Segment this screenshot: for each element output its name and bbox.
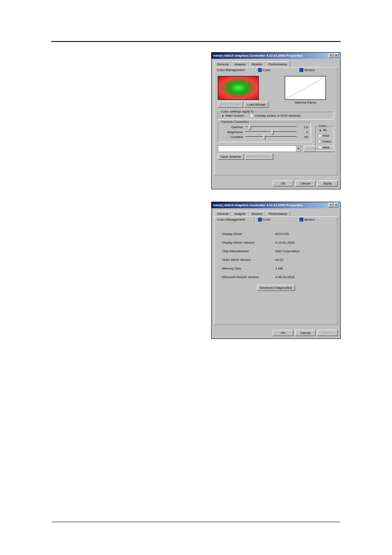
info-row: Memory Size1 MB <box>222 267 330 270</box>
gamma-slider[interactable] <box>245 127 297 128</box>
brightness-slider[interactable] <box>245 131 297 133</box>
delete-scheme-button: Delete Scheme <box>245 154 273 160</box>
color-settings-group: Color settings apply to: Main Screen Ove… <box>218 112 334 120</box>
apply-button[interactable]: Apply <box>317 180 338 187</box>
bitmap-preview <box>218 76 259 100</box>
bottom-rule <box>51 522 341 522</box>
tab-performance[interactable]: Performance <box>265 211 290 216</box>
titlebar: Intel(r) 82815 Graphics Controller 4.12.… <box>212 53 340 59</box>
tab-version[interactable]: Version <box>297 216 338 222</box>
intel-icon <box>300 68 303 72</box>
tab-panel-version: Display DriverI81XVXD Display Driver Ver… <box>214 222 338 325</box>
info-row: Display DriverI81XVXD <box>222 232 330 236</box>
tab-monitor[interactable]: Monitor <box>249 211 266 216</box>
tab-performance[interactable]: Performance <box>265 61 290 67</box>
tab-adapter[interactable]: Adapter <box>231 211 249 216</box>
tab-color-management[interactable]: Color Management <box>214 216 255 222</box>
load-bitmap-button[interactable]: Load Bitmap <box>244 101 268 108</box>
tab-general[interactable]: General <box>214 61 231 67</box>
dialog-color: Intel(r) 82815 Graphics Controller 4.12.… <box>211 52 341 189</box>
cancel-button[interactable]: Cancel <box>295 330 316 336</box>
info-row: Microsoft DirectX Version4.06.03.0518 <box>222 275 330 279</box>
tab-monitor[interactable]: Monitor <box>249 61 266 67</box>
ok-button[interactable]: OK <box>273 330 293 336</box>
info-row: Chip ManufacturerIntel Corporation <box>222 249 330 253</box>
radio-overlay[interactable]: Overlay (video or DVD window) <box>250 114 301 117</box>
tab-panel-color: Reset Bitmap Load Bitmap Gamma Ramp Colo… <box>214 73 338 175</box>
tab-general[interactable]: General <box>214 211 231 216</box>
intel-icon <box>258 68 262 72</box>
info-row: Video BIOS Version04.01 <box>222 258 330 262</box>
tab-strip: General Adapter Monitor Performance Colo… <box>214 211 338 222</box>
tab-version[interactable]: Version <box>297 67 338 73</box>
scheme-combo[interactable]: ▼ <box>218 145 301 152</box>
radio-main-screen[interactable]: Main Screen <box>221 114 244 117</box>
top-rule <box>51 41 341 42</box>
radio-all[interactable]: All <box>318 128 331 132</box>
radio-red[interactable]: Red <box>318 134 331 138</box>
help-button[interactable]: ? <box>328 203 333 207</box>
reset-bitmap-button: Reset Bitmap <box>218 101 243 108</box>
advanced-diagnostics-button[interactable]: Advanced Diagnostics <box>257 285 295 291</box>
apply-button: Apply <box>317 330 338 336</box>
cancel-button[interactable]: Cancel <box>295 180 316 187</box>
info-row: Display Driver Version4.12.01.2583 <box>222 241 330 244</box>
radio-blue[interactable]: Blue <box>318 145 331 149</box>
chevron-down-icon[interactable]: ▼ <box>295 146 301 152</box>
window-title: Intel(r) 82815 Graphics Controller 4.12.… <box>213 54 302 58</box>
dialog-version: Intel(r) 82815 Graphics Controller 4.12.… <box>211 202 341 339</box>
tab-color[interactable]: Color <box>255 216 296 222</box>
ok-button[interactable]: OK <box>273 180 293 187</box>
radio-green[interactable]: Green <box>318 140 331 143</box>
save-scheme-button[interactable]: Save Scheme <box>218 154 244 160</box>
contrast-slider[interactable] <box>245 136 297 138</box>
gamma-ramp <box>285 76 326 100</box>
tab-adapter[interactable]: Adapter <box>231 61 249 67</box>
help-button[interactable]: ? <box>328 53 333 58</box>
intel-icon <box>258 218 262 221</box>
tab-color-management[interactable]: Color Management <box>214 67 255 73</box>
svg-line-0 <box>286 77 325 99</box>
close-button[interactable]: x <box>334 203 339 207</box>
intel-icon <box>300 218 303 221</box>
gamma-ramp-label: Gamma Ramp <box>285 101 326 104</box>
tab-strip: General Adapter Monitor Performance Colo… <box>214 61 338 73</box>
color-channel-group: Color All Red Green Blue <box>315 126 334 151</box>
window-title: Intel(r) 82815 Graphics Controller 4.12.… <box>213 203 302 207</box>
gamma-correction-group: Gamma Correction Gamma 1.0 Brightness 0 … <box>218 122 311 142</box>
close-button[interactable]: x <box>334 53 339 58</box>
titlebar: Intel(r) 82815 Graphics Controller 4.12.… <box>212 202 340 208</box>
tab-color[interactable]: Color <box>255 67 296 73</box>
